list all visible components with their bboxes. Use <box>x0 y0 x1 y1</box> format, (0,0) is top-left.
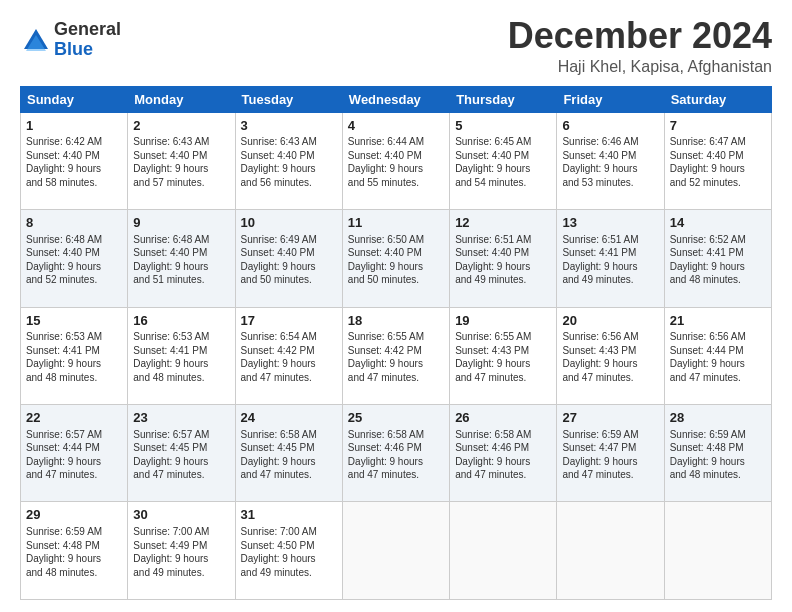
day-number: 21 <box>670 312 766 330</box>
table-row <box>664 502 771 600</box>
day-number: 5 <box>455 117 551 135</box>
day-number: 3 <box>241 117 337 135</box>
col-tuesday: Tuesday <box>235 86 342 112</box>
day-number: 15 <box>26 312 122 330</box>
day-info: Sunrise: 6:50 AMSunset: 4:40 PMDaylight:… <box>348 233 444 287</box>
day-number: 19 <box>455 312 551 330</box>
day-info: Sunrise: 6:55 AMSunset: 4:42 PMDaylight:… <box>348 330 444 384</box>
table-row: 6Sunrise: 6:46 AMSunset: 4:40 PMDaylight… <box>557 112 664 209</box>
table-row: 1Sunrise: 6:42 AMSunset: 4:40 PMDaylight… <box>21 112 128 209</box>
day-number: 4 <box>348 117 444 135</box>
day-info: Sunrise: 6:53 AMSunset: 4:41 PMDaylight:… <box>26 330 122 384</box>
day-info: Sunrise: 6:45 AMSunset: 4:40 PMDaylight:… <box>455 135 551 189</box>
day-info: Sunrise: 6:48 AMSunset: 4:40 PMDaylight:… <box>26 233 122 287</box>
table-row: 19Sunrise: 6:55 AMSunset: 4:43 PMDayligh… <box>450 307 557 404</box>
day-number: 31 <box>241 506 337 524</box>
day-info: Sunrise: 6:43 AMSunset: 4:40 PMDaylight:… <box>241 135 337 189</box>
col-thursday: Thursday <box>450 86 557 112</box>
table-row: 12Sunrise: 6:51 AMSunset: 4:40 PMDayligh… <box>450 210 557 307</box>
day-info: Sunrise: 7:00 AMSunset: 4:49 PMDaylight:… <box>133 525 229 579</box>
day-info: Sunrise: 6:54 AMSunset: 4:42 PMDaylight:… <box>241 330 337 384</box>
table-row: 14Sunrise: 6:52 AMSunset: 4:41 PMDayligh… <box>664 210 771 307</box>
day-number: 23 <box>133 409 229 427</box>
day-number: 2 <box>133 117 229 135</box>
day-number: 24 <box>241 409 337 427</box>
day-info: Sunrise: 6:58 AMSunset: 4:46 PMDaylight:… <box>348 428 444 482</box>
day-number: 11 <box>348 214 444 232</box>
col-wednesday: Wednesday <box>342 86 449 112</box>
table-row: 2Sunrise: 6:43 AMSunset: 4:40 PMDaylight… <box>128 112 235 209</box>
calendar-header-row: Sunday Monday Tuesday Wednesday Thursday… <box>21 86 772 112</box>
day-number: 9 <box>133 214 229 232</box>
day-number: 29 <box>26 506 122 524</box>
table-row: 3Sunrise: 6:43 AMSunset: 4:40 PMDaylight… <box>235 112 342 209</box>
day-number: 28 <box>670 409 766 427</box>
table-row: 22Sunrise: 6:57 AMSunset: 4:44 PMDayligh… <box>21 405 128 502</box>
calendar: Sunday Monday Tuesday Wednesday Thursday… <box>20 86 772 600</box>
table-row <box>557 502 664 600</box>
table-row: 26Sunrise: 6:58 AMSunset: 4:46 PMDayligh… <box>450 405 557 502</box>
day-info: Sunrise: 6:48 AMSunset: 4:40 PMDaylight:… <box>133 233 229 287</box>
table-row: 24Sunrise: 6:58 AMSunset: 4:45 PMDayligh… <box>235 405 342 502</box>
table-row: 25Sunrise: 6:58 AMSunset: 4:46 PMDayligh… <box>342 405 449 502</box>
page: General Blue December 2024 Haji Khel, Ka… <box>0 0 792 612</box>
location-title: Haji Khel, Kapisa, Afghanistan <box>508 58 772 76</box>
col-sunday: Sunday <box>21 86 128 112</box>
header: General Blue December 2024 Haji Khel, Ka… <box>20 16 772 76</box>
day-number: 8 <box>26 214 122 232</box>
col-saturday: Saturday <box>664 86 771 112</box>
table-row: 20Sunrise: 6:56 AMSunset: 4:43 PMDayligh… <box>557 307 664 404</box>
day-info: Sunrise: 6:46 AMSunset: 4:40 PMDaylight:… <box>562 135 658 189</box>
month-title: December 2024 <box>508 16 772 56</box>
table-row: 21Sunrise: 6:56 AMSunset: 4:44 PMDayligh… <box>664 307 771 404</box>
day-number: 26 <box>455 409 551 427</box>
day-number: 16 <box>133 312 229 330</box>
table-row: 17Sunrise: 6:54 AMSunset: 4:42 PMDayligh… <box>235 307 342 404</box>
logo-icon <box>20 25 50 55</box>
title-block: December 2024 Haji Khel, Kapisa, Afghani… <box>508 16 772 76</box>
logo-line2: Blue <box>54 40 121 60</box>
day-number: 17 <box>241 312 337 330</box>
day-number: 30 <box>133 506 229 524</box>
day-info: Sunrise: 6:56 AMSunset: 4:43 PMDaylight:… <box>562 330 658 384</box>
calendar-week-row: 8Sunrise: 6:48 AMSunset: 4:40 PMDaylight… <box>21 210 772 307</box>
day-info: Sunrise: 6:44 AMSunset: 4:40 PMDaylight:… <box>348 135 444 189</box>
day-number: 6 <box>562 117 658 135</box>
calendar-week-row: 29Sunrise: 6:59 AMSunset: 4:48 PMDayligh… <box>21 502 772 600</box>
day-info: Sunrise: 6:42 AMSunset: 4:40 PMDaylight:… <box>26 135 122 189</box>
table-row: 4Sunrise: 6:44 AMSunset: 4:40 PMDaylight… <box>342 112 449 209</box>
table-row <box>342 502 449 600</box>
day-info: Sunrise: 6:52 AMSunset: 4:41 PMDaylight:… <box>670 233 766 287</box>
day-number: 12 <box>455 214 551 232</box>
calendar-week-row: 15Sunrise: 6:53 AMSunset: 4:41 PMDayligh… <box>21 307 772 404</box>
table-row: 10Sunrise: 6:49 AMSunset: 4:40 PMDayligh… <box>235 210 342 307</box>
day-info: Sunrise: 6:51 AMSunset: 4:40 PMDaylight:… <box>455 233 551 287</box>
day-number: 22 <box>26 409 122 427</box>
table-row: 13Sunrise: 6:51 AMSunset: 4:41 PMDayligh… <box>557 210 664 307</box>
logo: General Blue <box>20 20 121 60</box>
day-info: Sunrise: 7:00 AMSunset: 4:50 PMDaylight:… <box>241 525 337 579</box>
table-row: 5Sunrise: 6:45 AMSunset: 4:40 PMDaylight… <box>450 112 557 209</box>
table-row: 11Sunrise: 6:50 AMSunset: 4:40 PMDayligh… <box>342 210 449 307</box>
day-info: Sunrise: 6:43 AMSunset: 4:40 PMDaylight:… <box>133 135 229 189</box>
day-info: Sunrise: 6:59 AMSunset: 4:48 PMDaylight:… <box>670 428 766 482</box>
day-number: 20 <box>562 312 658 330</box>
table-row: 27Sunrise: 6:59 AMSunset: 4:47 PMDayligh… <box>557 405 664 502</box>
logo-text: General Blue <box>54 20 121 60</box>
day-number: 13 <box>562 214 658 232</box>
day-info: Sunrise: 6:58 AMSunset: 4:45 PMDaylight:… <box>241 428 337 482</box>
day-number: 10 <box>241 214 337 232</box>
day-number: 14 <box>670 214 766 232</box>
table-row: 9Sunrise: 6:48 AMSunset: 4:40 PMDaylight… <box>128 210 235 307</box>
calendar-week-row: 1Sunrise: 6:42 AMSunset: 4:40 PMDaylight… <box>21 112 772 209</box>
table-row: 16Sunrise: 6:53 AMSunset: 4:41 PMDayligh… <box>128 307 235 404</box>
day-info: Sunrise: 6:59 AMSunset: 4:48 PMDaylight:… <box>26 525 122 579</box>
table-row: 8Sunrise: 6:48 AMSunset: 4:40 PMDaylight… <box>21 210 128 307</box>
table-row: 18Sunrise: 6:55 AMSunset: 4:42 PMDayligh… <box>342 307 449 404</box>
table-row: 23Sunrise: 6:57 AMSunset: 4:45 PMDayligh… <box>128 405 235 502</box>
day-info: Sunrise: 6:57 AMSunset: 4:45 PMDaylight:… <box>133 428 229 482</box>
day-info: Sunrise: 6:51 AMSunset: 4:41 PMDaylight:… <box>562 233 658 287</box>
table-row: 15Sunrise: 6:53 AMSunset: 4:41 PMDayligh… <box>21 307 128 404</box>
table-row: 7Sunrise: 6:47 AMSunset: 4:40 PMDaylight… <box>664 112 771 209</box>
day-number: 7 <box>670 117 766 135</box>
